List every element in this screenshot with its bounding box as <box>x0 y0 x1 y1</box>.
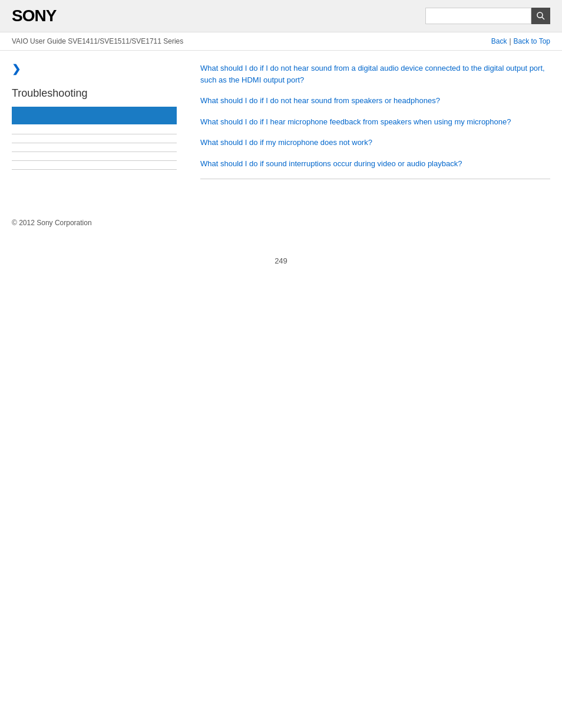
sidebar-divider-2 <box>12 143 177 143</box>
content-divider <box>200 179 550 179</box>
nav-separator: | <box>509 37 511 45</box>
sidebar-divider-3 <box>12 151 177 152</box>
back-to-top-link[interactable]: Back to Top <box>514 37 550 45</box>
sidebar-divider-1 <box>12 134 177 134</box>
header: SONY <box>0 0 562 32</box>
svg-point-0 <box>537 12 543 18</box>
sidebar-divider-5 <box>12 169 177 170</box>
content-link-3[interactable]: What should I do if I hear microphone fe… <box>200 116 550 128</box>
content-link-1[interactable]: What should I do if I do not hear sound … <box>200 62 550 85</box>
main-content: ❯ Troubleshooting What should I do if I … <box>0 51 562 200</box>
guide-title: VAIO User Guide SVE1411/SVE1511/SVE1711 … <box>12 37 183 45</box>
copyright: © 2012 Sony Corporation <box>12 219 92 227</box>
sidebar-divider-4 <box>12 160 177 161</box>
page-number: 249 <box>275 256 287 265</box>
search-input[interactable] <box>425 8 531 24</box>
sidebar: ❯ Troubleshooting <box>12 62 189 189</box>
search-icon <box>536 11 546 21</box>
content-link-2[interactable]: What should I do if I do not hear sound … <box>200 95 550 107</box>
search-area <box>425 8 550 24</box>
content-area: What should I do if I do not hear sound … <box>189 62 550 189</box>
sidebar-section-title: Troubleshooting <box>12 87 177 100</box>
back-link[interactable]: Back <box>491 37 507 45</box>
content-link-5[interactable]: What should I do if sound interruptions … <box>200 158 550 170</box>
search-button[interactable] <box>531 8 550 24</box>
sidebar-arrow: ❯ <box>12 62 177 75</box>
nav-bar: VAIO User Guide SVE1411/SVE1511/SVE1711 … <box>0 32 562 51</box>
footer: © 2012 Sony Corporation <box>0 200 562 239</box>
sony-logo: SONY <box>12 6 56 25</box>
nav-links: Back | Back to Top <box>491 37 550 45</box>
sidebar-highlight <box>12 107 177 124</box>
svg-line-1 <box>542 17 544 19</box>
content-link-4[interactable]: What should I do if my microphone does n… <box>200 137 550 149</box>
